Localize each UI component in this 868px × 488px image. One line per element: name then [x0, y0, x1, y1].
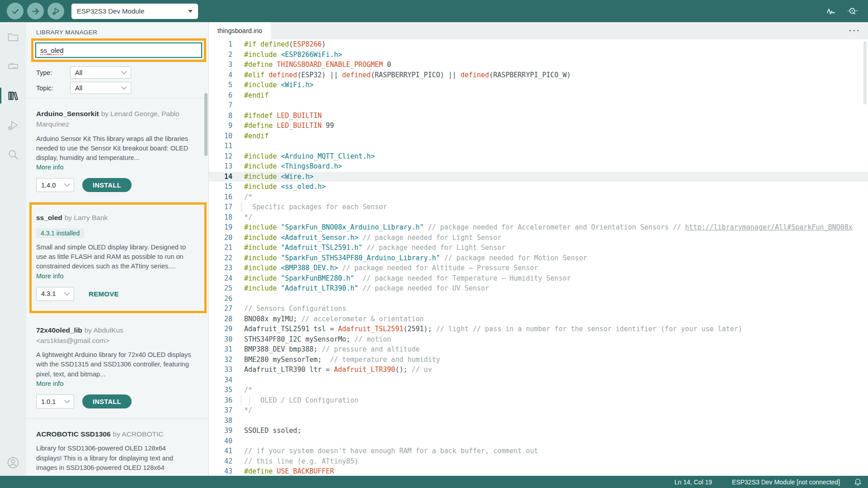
code-editor[interactable]: 1#if defined(ESP8266)2#include <ESP8266W… — [209, 39, 868, 476]
version-select[interactable]: 1.0.1 — [36, 394, 74, 408]
code-lines: 1#if defined(ESP8266)2#include <ESP8266W… — [209, 39, 868, 476]
editor-scrollbar[interactable] — [863, 41, 867, 104]
line-number: 23 — [209, 263, 238, 273]
line-number: 34 — [209, 375, 238, 385]
more-info-link[interactable]: More info — [36, 380, 63, 387]
board-icon — [7, 60, 19, 73]
code-line: 25#include "Adafruit_LTR390.h" // packag… — [209, 283, 868, 294]
type-filter-label: Type: — [36, 69, 70, 76]
line-number: 16 — [209, 192, 238, 202]
code-line: 10#endif — [209, 131, 868, 141]
code-line: 15#include <ss_oled.h> — [209, 182, 868, 192]
panel-title: LIBRARY MANAGER — [36, 29, 208, 36]
code-line: 28BNO08x myIMU; // accelerometer & orien… — [209, 314, 868, 324]
line-number: 9 — [209, 121, 238, 131]
bell-icon[interactable] — [854, 478, 862, 486]
line-number: 1 — [209, 39, 238, 50]
line-number: 40 — [209, 436, 238, 446]
line-number: 32 — [209, 355, 238, 365]
line-number: 4 — [209, 70, 238, 80]
tab-thingsboard-ino[interactable]: thingsboard.ino — [209, 22, 271, 39]
line-number: 43 — [209, 466, 238, 476]
code-line: 8#ifndef LED_BUILTIN — [209, 111, 868, 121]
board-selector[interactable]: ESP32S3 Dev Module — [71, 4, 198, 19]
chevron-down-icon — [121, 68, 127, 74]
search-input[interactable]: ss_oled — [35, 42, 202, 58]
code-line: 41// if your system doesn't have enough … — [209, 446, 868, 456]
line-number: 3 — [209, 60, 238, 70]
line-number: 5 — [209, 80, 238, 90]
search-icon — [7, 148, 19, 161]
person-icon — [6, 456, 20, 469]
code-line: 35/* — [209, 385, 868, 395]
code-line: 12#include <Arduino_MQTT_Client.h> — [209, 151, 868, 162]
code-line: 19#include "SparkFun_BNO08x_Arduino_Libr… — [209, 222, 868, 233]
bug-icon — [7, 119, 19, 131]
version-select[interactable]: 1.4.0 — [36, 178, 74, 192]
version-select[interactable]: 4.3.1 — [36, 287, 74, 301]
top-toolbar: ESP32S3 Dev Module — [0, 0, 868, 22]
sidebar-item-boards-manager[interactable] — [0, 52, 26, 81]
remove-button[interactable]: REMOVE — [89, 290, 119, 298]
type-filter-value: All — [75, 69, 82, 76]
code-line: 32BME280 mySensorTem; // temperature and… — [209, 355, 868, 365]
line-number: 20 — [209, 233, 238, 243]
topic-filter-label: Topic: — [36, 84, 70, 92]
serial-plotter-icon[interactable] — [826, 6, 836, 17]
line-number: 30 — [209, 334, 238, 345]
chevron-down-icon — [188, 10, 193, 13]
code-line: 3#define THINGSBOARD_ENABLE_PROGMEM 0 — [209, 60, 868, 70]
library-name: Arduino_Sensorkit — [36, 110, 99, 117]
line-number: 11 — [209, 141, 238, 151]
upload-button[interactable] — [27, 3, 44, 19]
line-number: 13 — [209, 161, 238, 172]
type-filter-select[interactable]: All — [70, 66, 131, 79]
chevron-down-icon — [121, 84, 127, 89]
code-line: 7 — [209, 100, 868, 111]
serial-monitor-icon[interactable] — [846, 6, 858, 17]
code-line: 22#include "SparkFun_STHS34PF80_Arduino_… — [209, 253, 868, 263]
board-status[interactable]: ESP32S3 Dev Module [not connected] — [732, 479, 840, 486]
line-number: 28 — [209, 314, 238, 324]
account-button[interactable] — [0, 456, 26, 469]
library-description: Small and simple OLED display library. D… — [36, 243, 193, 272]
chevron-down-icon — [64, 181, 70, 187]
library-item-title: 72x40oled_libby AbdulKus <ars1klas@gmail… — [36, 325, 185, 346]
editor-area: thingsboard.ino ··· 1#if defined(ESP8266… — [209, 22, 868, 476]
line-number: 35 — [209, 385, 238, 395]
library-item-acrobotic-ssd1306: ACROBOTIC SSD1306by ACROBOTIC Library fo… — [26, 419, 208, 476]
version-value: 1.4.0 — [41, 182, 56, 189]
line-number: 22 — [209, 253, 238, 263]
line-number: 24 — [209, 273, 238, 284]
more-info-link[interactable]: More info — [36, 272, 63, 280]
status-bar: Ln 14, Col 19 ESP32S3 Dev Module [not co… — [0, 476, 868, 488]
more-actions-icon[interactable]: ··· — [849, 26, 861, 35]
library-item-arduino-sensorkit: Arduino_Sensorkitby Lenard George, Pablo… — [26, 99, 208, 202]
install-button[interactable]: INSTALL — [82, 178, 132, 192]
library-author: by Larry Bank — [65, 214, 108, 221]
cursor-position[interactable]: Ln 14, Col 19 — [675, 479, 712, 486]
panel-scrollbar[interactable] — [204, 93, 208, 156]
indent-guide — [241, 395, 241, 406]
code-line: 30STHS34PF80_I2C mySensorMo; // motion — [209, 334, 868, 345]
code-line: 37*/ — [209, 405, 868, 416]
topic-filter-select[interactable]: All — [70, 82, 131, 94]
code-line: 26 — [209, 294, 868, 304]
library-item-ss-oled: ss_oledby Larry Bank 4.3.1 installed Sma… — [32, 205, 204, 310]
sidebar-item-library-manager[interactable] — [0, 81, 26, 110]
debug-button[interactable] — [47, 3, 64, 19]
code-line: 1#if defined(ESP8266) — [209, 39, 868, 50]
right-arrow-icon — [31, 7, 40, 16]
sidebar-item-debug[interactable] — [0, 110, 26, 140]
more-info-link[interactable]: More info — [36, 164, 63, 171]
library-item-title: ss_oledby Larry Bank — [36, 212, 185, 223]
sidebar-item-search[interactable] — [0, 140, 26, 169]
code-line: 18*/ — [209, 212, 868, 223]
indent-guide — [241, 202, 241, 212]
code-line: 42// this line (e.g. ATtiny85) — [209, 456, 868, 467]
sidebar-item-sketchbook[interactable] — [0, 22, 26, 52]
install-button[interactable]: INSTALL — [82, 394, 132, 408]
code-line: 17 Specific packages for each Sensor — [209, 202, 868, 212]
topic-filter-value: All — [75, 84, 82, 92]
verify-button[interactable] — [7, 3, 24, 19]
